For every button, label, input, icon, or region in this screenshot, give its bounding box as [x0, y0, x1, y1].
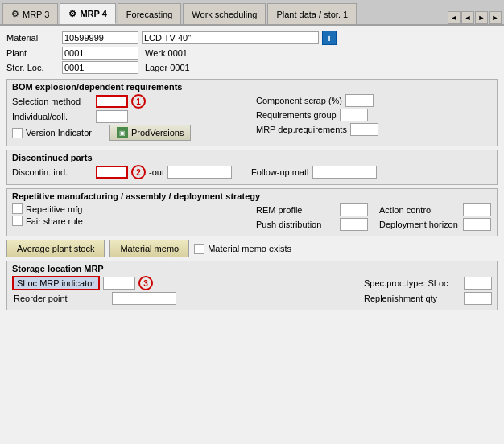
- deployment-horizon-label: Deployment horizon: [379, 220, 460, 229]
- rem-profile-label: REM profile: [256, 205, 337, 215]
- bom-section-title: BOM explosion/dependent requirements: [12, 81, 492, 92]
- mrp-dep-label: MRP dep.requirements: [256, 125, 347, 134]
- spec-proc-type-label: Spec.proc.type: SLoc: [364, 278, 461, 288]
- out-input[interactable]: [167, 166, 232, 179]
- storage-section: Storage location MRP SLoc MRP indicator …: [6, 261, 498, 310]
- tab-navigation: ◄ ◄ ► ►: [447, 11, 502, 24]
- tab-forecasting[interactable]: Forecasting: [118, 3, 181, 24]
- rem-profile-input[interactable]: [340, 204, 368, 216]
- info-button[interactable]: i: [322, 31, 337, 45]
- fair-share-checkbox[interactable]: [12, 216, 23, 226]
- main-content: Material i Plant Werk 0001 Stor. Loc. La…: [0, 26, 504, 444]
- reorder-point-input[interactable]: [112, 292, 176, 305]
- action-control-input[interactable]: [463, 204, 491, 216]
- mrp3-icon: ⚙: [11, 9, 19, 19]
- plant-desc: Werk 0001: [145, 48, 188, 58]
- reorder-point-label: Reorder point: [12, 294, 109, 303]
- annotation-1: 1: [131, 94, 146, 109]
- fair-share-label: Fair share rule: [26, 216, 106, 226]
- stor-loc-desc: Lager 0001: [145, 63, 190, 72]
- requirements-group-input[interactable]: [340, 109, 368, 121]
- stor-loc-input[interactable]: [62, 61, 138, 74]
- mrp-dep-input[interactable]: [350, 123, 378, 136]
- sloc-mrp-indicator-input[interactable]: [103, 277, 135, 290]
- requirements-group-label: Requirements group: [256, 110, 337, 120]
- tab-nav-prev[interactable]: ◄: [461, 11, 474, 24]
- repetitive-section: Repetitive manufacturing / assembly / de…: [6, 188, 498, 236]
- component-scrap-label: Component scrap (%): [256, 96, 342, 105]
- material-memo-exists-checkbox[interactable]: [194, 244, 204, 254]
- prod-versions-button[interactable]: ▣ ProdVersions: [109, 125, 191, 141]
- plant-input[interactable]: [62, 47, 138, 60]
- follow-up-input[interactable]: [312, 166, 377, 179]
- tab-mrp3[interactable]: ⚙ MRP 3: [2, 3, 58, 24]
- bom-section: BOM explosion/dependent requirements Sel…: [6, 79, 498, 146]
- plant-label: Plant: [6, 48, 59, 58]
- deployment-horizon-input[interactable]: [463, 218, 491, 231]
- component-scrap-input[interactable]: [345, 94, 374, 107]
- stor-loc-label: Stor. Loc.: [6, 63, 59, 72]
- mrp4-icon: ⚙: [68, 9, 76, 19]
- replenishment-qty-label: Replenishment qty: [364, 294, 461, 303]
- repetitive-section-title: Repetitive manufacturing / assembly / de…: [12, 191, 492, 201]
- push-distribution-input[interactable]: [340, 218, 368, 231]
- tab-plant-data[interactable]: Plant data / stor. 1: [267, 3, 357, 24]
- version-indicator-label: Version Indicator: [26, 128, 106, 138]
- material-input[interactable]: [62, 31, 138, 44]
- tab-nav-last[interactable]: ►: [489, 11, 502, 24]
- material-memo-button[interactable]: Material memo: [109, 240, 189, 257]
- tab-work-scheduling[interactable]: Work scheduling: [183, 3, 266, 24]
- annotation-2: 2: [131, 165, 146, 179]
- selection-method-input[interactable]: [96, 95, 128, 108]
- spec-proc-type-input[interactable]: [464, 277, 492, 290]
- out-label: -out: [149, 167, 164, 177]
- discontinued-section-title: Discontinued parts: [12, 152, 492, 162]
- individual-coll-input[interactable]: [96, 110, 128, 123]
- prod-versions-icon: ▣: [117, 127, 128, 138]
- bottom-buttons-row: Average plant stock Material memo Materi…: [6, 240, 498, 257]
- discontin-ind-label: Discontin. ind.: [12, 167, 93, 177]
- individual-coll-label: Individual/coll.: [12, 112, 93, 121]
- discontin-ind-input[interactable]: [96, 166, 128, 179]
- sloc-mrp-indicator-label: SLoc MRP indicator: [12, 276, 100, 290]
- material-desc-input[interactable]: [142, 31, 319, 44]
- material-memo-exists-label: Material memo exists: [208, 244, 291, 253]
- selection-method-label: Selection method: [12, 97, 93, 106]
- repetitive-mfg-label: Repetitive mfg: [26, 204, 106, 214]
- tab-bar: ⚙ MRP 3 ⚙ MRP 4 Forecasting Work schedul…: [0, 0, 504, 26]
- tab-mrp4[interactable]: ⚙ MRP 4: [60, 3, 115, 24]
- avg-plant-stock-button[interactable]: Average plant stock: [6, 240, 105, 257]
- storage-section-title: Storage location MRP: [12, 263, 492, 273]
- repetitive-mfg-checkbox[interactable]: [12, 204, 23, 214]
- action-control-label: Action control: [379, 205, 460, 215]
- tab-nav-next[interactable]: ►: [475, 11, 488, 24]
- tab-nav-first[interactable]: ◄: [448, 11, 461, 24]
- material-label: Material: [6, 33, 59, 43]
- material-memo-exists-area: Material memo exists: [194, 244, 291, 254]
- discontinued-section: Discontinued parts Discontin. ind. 2 -ou…: [6, 150, 498, 185]
- version-indicator-checkbox[interactable]: [12, 128, 23, 138]
- follow-up-label: Follow-up matl: [251, 167, 309, 177]
- annotation-3: 3: [138, 276, 153, 290]
- push-distribution-label: Push distribution: [256, 220, 337, 229]
- replenishment-qty-input[interactable]: [464, 292, 492, 305]
